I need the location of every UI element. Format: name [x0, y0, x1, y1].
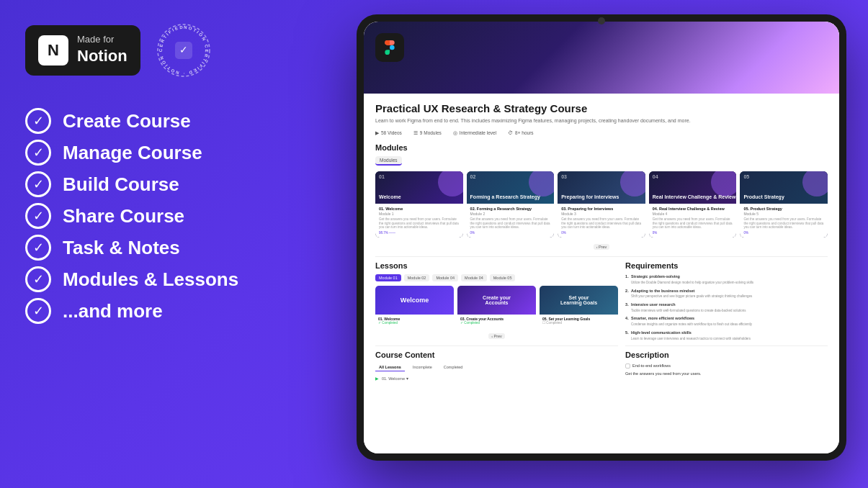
module-card-05[interactable]: 05 Product Strategy 05. Product Strategy… [740, 171, 828, 238]
module-desc-03: Get the answers you need from your users… [561, 217, 642, 230]
lesson-tab-01[interactable]: Module 01 [375, 274, 401, 281]
pagination-prev[interactable]: ‹ Prev [594, 244, 610, 250]
check-icon-tasks: ✓ [25, 235, 51, 261]
hours-icon: ⏱ [508, 130, 513, 135]
feature-item-tasks: ✓ Task & Notes [25, 235, 292, 261]
check-icon-more: ✓ [25, 298, 51, 324]
lesson-status-03: ☐ Completed [542, 321, 615, 325]
req-title-1: Strategic problem-solving [631, 274, 828, 280]
stat-level: ◎ Intermediate level [453, 130, 496, 136]
req-title-2: Adapting to the business mindset [631, 289, 828, 294]
module-title-05: 05. Product Strategy [743, 207, 824, 211]
req-desc-5: Learn to leverage user interviews and re… [631, 337, 751, 340]
lesson-tab-05[interactable]: Module 05 [490, 274, 516, 281]
module-progress-05: 0% [743, 231, 824, 235]
made-for-notion-badge: N Made for Notion [25, 25, 140, 75]
module-thumb-04: 04 Real Interview Challenge & Review [649, 171, 737, 204]
modules-section-title: Modules [375, 143, 828, 152]
course-title: Practical UX Research & Strategy Course [375, 102, 828, 114]
module-card-01[interactable]: 01 Welcome 01. Welcome Module 1 Get the … [375, 171, 463, 238]
module-progress-04: 0% [653, 231, 733, 235]
req-item-2: Adapting to the business mindset Shift y… [625, 289, 828, 299]
lesson-info-02: 03. Create your Accounts ✓ Completed [457, 315, 536, 327]
module-card-03[interactable]: 03 Preparing for Interviews 03. Preparin… [558, 171, 645, 238]
modules-icon: ☰ [413, 130, 418, 136]
device-camera [598, 17, 605, 24]
feature-label-share: Share Course [63, 205, 184, 227]
module-card-04[interactable]: 04 Real Interview Challenge & Review 04.… [649, 171, 737, 238]
desc-checkbox-1 [625, 363, 630, 369]
module-thumb-03: 03 Preparing for Interviews [558, 171, 645, 204]
module-info-03: 03. Preparing for Interviews Module 3 Ge… [558, 204, 645, 238]
lessons-grid: Welcome 01. Welcome ✓ Completed Create y… [375, 286, 618, 327]
desc-text-1: End-to-end workflows [632, 363, 671, 368]
lesson-tab-02[interactable]: Module 02 [404, 274, 430, 281]
req-title-4: Smarter, more efficient workflows [631, 316, 828, 322]
content-row-text-01: 01. Welcome ▾ [382, 376, 408, 381]
requirements-title: Requirements [625, 261, 828, 270]
lessons-section-title: Lessons [375, 261, 618, 270]
stat-modules-value: 9 Modules [420, 130, 442, 135]
lesson-card-03[interactable]: Set yourLearning Goals 05. Set your Lear… [540, 286, 618, 327]
desc-item-2: Get the answers you need from your users… [625, 371, 828, 376]
lesson-tab-04[interactable]: Module 04 [461, 274, 487, 281]
stat-hours-value: 8+ hours [515, 130, 533, 135]
pagination-row: ‹ Prev [375, 242, 828, 252]
feature-item-build: ✓ Build Course [25, 171, 292, 197]
left-panel: N Made for Notion NOTION CERTIFIED · NOT… [0, 0, 317, 488]
lesson-card-01[interactable]: Welcome 01. Welcome ✓ Completed [375, 286, 454, 327]
screen-body: Practical UX Research & Strategy Course … [364, 94, 839, 391]
lesson-tab-03[interactable]: Module 04 [432, 274, 458, 281]
module-num-03: 03 [561, 174, 567, 179]
module-thumb-02: 02 Forming a Research Strategy [467, 171, 555, 204]
feature-label-modules: Modules & Lessons [63, 268, 238, 291]
lessons-tabs[interactable]: Module 01 Module 02 Module 04 Module 04 … [375, 274, 618, 281]
device-screen: Practical UX Research & Strategy Course … [364, 22, 839, 453]
divider-3 [625, 345, 828, 346]
feature-item-modules: ✓ Modules & Lessons [25, 266, 292, 292]
content-tabs[interactable]: All Lessons Incomplete Completed [375, 363, 618, 371]
modules-tab-bar[interactable]: Modules [375, 156, 828, 166]
course-content-section: Course Content All Lessons Incomplete Co… [375, 351, 618, 382]
req-item-1: Strategic problem-solving Utilize the Do… [625, 274, 828, 285]
check-icon-build: ✓ [25, 171, 51, 197]
feature-item-more: ✓ ...and more [25, 298, 292, 324]
desc-text-2: Get the answers you need from your users… [625, 371, 701, 376]
requirements-list: Strategic problem-solving Utilize the Do… [625, 274, 828, 341]
module-num-05: 05 [743, 174, 749, 179]
module-decoration-01 [438, 171, 463, 196]
content-tab-completed[interactable]: Completed [440, 363, 467, 371]
module-thumb-05: 05 Product Strategy [740, 171, 828, 204]
module-name-05: Product Strategy [743, 194, 784, 200]
module-desc-02: Get the answers you need from your users… [470, 217, 551, 230]
modules-grid: 01 Welcome 01. Welcome Module 1 Get the … [375, 171, 828, 238]
content-tab-incomplete[interactable]: Incomplete [409, 363, 436, 371]
lesson-thumb-create: Create yourAccounts [457, 286, 536, 315]
module-card-02[interactable]: 02 Forming a Research Strategy 02. Formi… [467, 171, 555, 238]
lesson-thumb-welcome: Welcome [375, 286, 454, 315]
feature-label-create: Create Course [63, 110, 191, 132]
stat-hours: ⏱ 8+ hours [508, 130, 533, 136]
lessons-prev[interactable]: ‹ Prev [488, 333, 505, 339]
lesson-info-03: 05. Set your Learning Goals ☐ Completed [540, 315, 618, 327]
lesson-card-02[interactable]: Create yourAccounts 03. Create your Acco… [457, 286, 536, 327]
module-num-02: 02 [470, 174, 476, 179]
content-check-icon: ▶ [375, 376, 379, 381]
content-tab-all[interactable]: All Lessons [375, 363, 405, 371]
stat-videos: ▶ 58 Videos [375, 130, 402, 136]
screen-content: Practical UX Research & Strategy Course … [364, 22, 839, 453]
check-icon-manage: ✓ [25, 140, 51, 166]
module-decoration-02 [529, 171, 554, 196]
module-name-03: Preparing for Interviews [561, 194, 619, 200]
modules-tab-btn[interactable]: Modules [375, 156, 402, 166]
module-desc-01: Get the answers you need from your users… [379, 217, 460, 230]
feature-list: ✓ Create Course ✓ Manage Course ✓ Build … [25, 108, 292, 324]
screen-header-banner [364, 22, 839, 94]
req-desc-1: Utilize the Double Diamond design model … [631, 281, 753, 284]
module-info-01: 01. Welcome Module 1 Get the answers you… [375, 204, 463, 238]
module-info-05: 05. Product Strategy Module 5 Get the an… [740, 204, 828, 238]
check-icon-modules: ✓ [25, 266, 51, 292]
check-icon-create: ✓ [25, 108, 51, 134]
req-item-3: Intensive user research Tackle interview… [625, 302, 828, 313]
req-desc-4: Condense insights and organize notes wit… [631, 322, 752, 326]
